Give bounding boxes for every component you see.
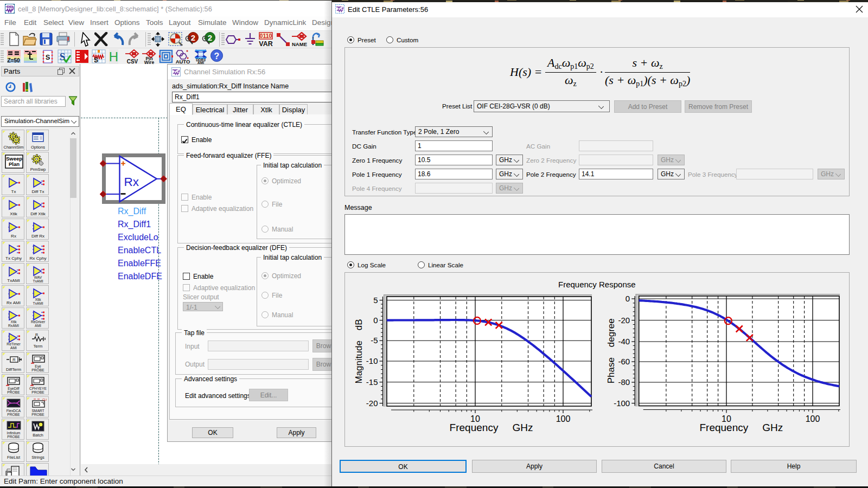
svg-text:NAME: NAME — [292, 41, 307, 47]
svg-text:2: 2 — [208, 33, 212, 42]
svg-text:-5: -5 — [371, 336, 378, 345]
svg-text:CSV: CSV — [127, 59, 138, 64]
svg-text:H: H — [109, 49, 118, 64]
svg-text:-20: -20 — [366, 399, 378, 408]
svg-text:VAR: VAR — [259, 40, 272, 47]
svg-text:Z=50: Z=50 — [7, 57, 20, 63]
svg-text:100: 100 — [806, 414, 820, 423]
svg-text:S: S — [94, 56, 98, 63]
svg-text:0: 0 — [373, 316, 378, 325]
svg-text:5: 5 — [373, 296, 378, 305]
svg-text:-10: -10 — [366, 356, 378, 365]
svg-text:?: ? — [214, 52, 220, 61]
svg-text:-40: -40 — [618, 337, 630, 346]
svg-text:Rx: Rx — [124, 175, 139, 189]
svg-text:-20: -20 — [618, 316, 630, 325]
svg-text:100: 100 — [556, 414, 571, 423]
svg-text:AUTO: AUTO — [176, 59, 190, 64]
svg-text:CLK: CLK — [42, 399, 47, 401]
svg-text:0110: 0110 — [260, 33, 272, 39]
svg-text:Phase degree: Phase degree — [606, 318, 616, 383]
svg-text:Frequency: Frequency — [450, 422, 499, 433]
svg-text:-80: -80 — [618, 377, 630, 387]
svg-text:-100: -100 — [614, 399, 630, 408]
svg-text:2: 2 — [191, 33, 195, 42]
svg-text:R: R — [35, 333, 38, 337]
svg-text:0: 0 — [626, 294, 630, 303]
svg-text:-60: -60 — [618, 357, 630, 366]
svg-text:S: S — [46, 53, 50, 61]
svg-text:GHz: GHz — [762, 422, 783, 433]
svg-text:Frequency: Frequency — [699, 422, 748, 433]
svg-text:Magnitude dB: Magnitude dB — [354, 319, 364, 383]
svg-text:Plan: Plan — [9, 161, 20, 167]
svg-text:R: R — [12, 357, 16, 362]
svg-text:Wire: Wire — [144, 60, 155, 64]
svg-text:GHz: GHz — [513, 422, 533, 433]
svg-text:-15: -15 — [366, 377, 378, 387]
